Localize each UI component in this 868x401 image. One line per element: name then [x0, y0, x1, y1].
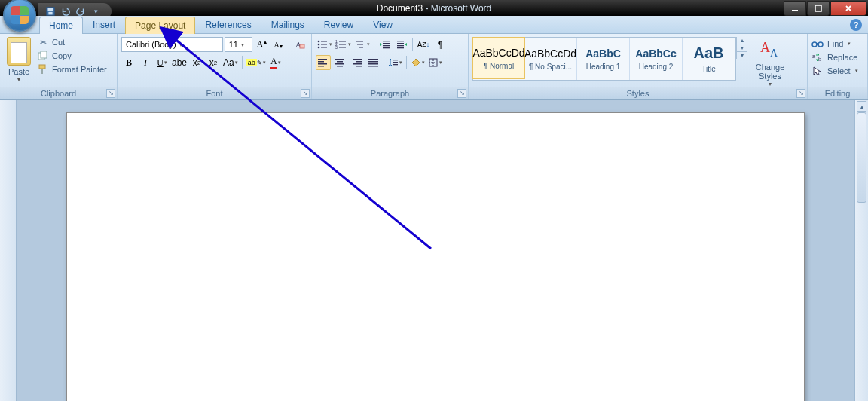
font-color-button[interactable]: A▾ [268, 55, 283, 70]
replace-icon: ab [811, 52, 824, 63]
paste-button[interactable]: Paste ▾ [4, 37, 34, 87]
tab-view[interactable]: View [363, 16, 402, 33]
minimize-button[interactable] [784, 1, 806, 16]
justify-button[interactable] [365, 55, 381, 70]
sort-button[interactable]: AZ↓ [416, 37, 431, 52]
paragraph-dialog-launcher[interactable]: ↘ [457, 89, 466, 98]
document-page[interactable] [66, 112, 805, 401]
style-tile--normal[interactable]: AaBbCcDd ¶ Normal [472, 37, 525, 79]
svg-rect-50 [393, 60, 398, 60]
gallery-down-icon[interactable]: ▾ [737, 44, 747, 52]
find-button[interactable]: Find▾ [811, 38, 858, 49]
align-center-button[interactable] [332, 55, 347, 70]
replace-button[interactable]: abReplace [811, 52, 858, 63]
svg-rect-6 [41, 51, 47, 58]
qat-customize-icon[interactable]: ▾ [90, 6, 101, 17]
tab-references[interactable]: References [195, 16, 261, 33]
highlight-button[interactable]: ab✎▾ [246, 55, 267, 70]
undo-icon[interactable] [60, 6, 71, 17]
tab-mailings[interactable]: Mailings [261, 16, 314, 33]
superscript-button[interactable]: x2 [206, 55, 221, 70]
group-styles: AaBbCcDd ¶ Normal AaBbCcDd ¶ No Spaci...… [469, 34, 808, 99]
tab-home[interactable]: Home [39, 17, 83, 34]
svg-rect-20 [339, 44, 346, 45]
change-case-button[interactable]: Aa▾ [222, 55, 239, 70]
maximize-button[interactable] [807, 1, 830, 16]
tab-review[interactable]: Review [314, 16, 363, 33]
copy-button[interactable]: Copy [37, 51, 107, 61]
svg-text:a: a [812, 54, 815, 59]
underline-button[interactable]: U▾ [154, 55, 170, 70]
svg-point-13 [318, 44, 320, 46]
svg-rect-60 [816, 43, 819, 45]
increase-indent-button[interactable] [394, 37, 409, 52]
group-label-styles: Styles↘ [469, 87, 807, 99]
multilevel-list-button[interactable]: ▾ [353, 37, 371, 52]
group-label-paragraph: Paragraph↘ [312, 87, 468, 99]
svg-rect-40 [335, 63, 344, 65]
svg-rect-49 [368, 66, 378, 67]
svg-rect-28 [383, 45, 390, 46]
shading-button[interactable]: ▾ [410, 55, 426, 70]
office-logo-icon [11, 6, 29, 24]
svg-rect-23 [356, 41, 363, 42]
svg-rect-35 [318, 61, 324, 63]
redo-icon[interactable] [75, 6, 86, 17]
scroll-up-icon[interactable]: ▴ [857, 101, 866, 112]
change-styles-button[interactable]: AA Change Styles ▾ [751, 37, 789, 87]
svg-rect-16 [321, 47, 327, 48]
scroll-thumb[interactable] [857, 112, 866, 203]
office-button[interactable] [3, 0, 36, 32]
line-spacing-button[interactable]: ▾ [387, 55, 403, 70]
gallery-more-icon[interactable]: ▾ [737, 52, 747, 59]
style-tile-heading-2[interactable]: AaBbCc Heading 2 [630, 38, 683, 80]
subscript-button[interactable]: x2 [189, 55, 204, 70]
italic-button[interactable]: I [138, 55, 153, 70]
font-name-combo[interactable]: Calibri (Body)▾ [121, 37, 223, 52]
format-painter-button[interactable]: Format Painter [37, 64, 107, 75]
bold-button[interactable]: B [121, 55, 136, 70]
tab-page-layout[interactable]: Page Layout [125, 17, 195, 34]
svg-rect-3 [792, 10, 798, 11]
clear-format-button[interactable]: A [292, 37, 307, 52]
svg-rect-43 [356, 61, 362, 63]
vertical-scrollbar[interactable]: ▴ [854, 100, 868, 401]
clipboard-dialog-launcher[interactable]: ↘ [106, 89, 115, 98]
style-tile-heading-1[interactable]: AaBbC Heading 1 [577, 38, 630, 80]
gallery-up-icon[interactable]: ▴ [737, 37, 747, 44]
align-left-button[interactable] [316, 55, 331, 70]
svg-text:A: A [760, 40, 770, 55]
font-dialog-launcher[interactable]: ↘ [301, 89, 310, 98]
group-font: Calibri (Body)▾ 11▾ A▴ A▾ A B I U▾ abe x… [118, 34, 312, 99]
decrease-indent-button[interactable] [377, 37, 393, 52]
svg-rect-14 [321, 44, 327, 45]
style-tile--no-spaci-[interactable]: AaBbCcDd ¶ No Spaci... [524, 38, 577, 80]
vertical-ruler[interactable] [0, 100, 17, 401]
numbering-button[interactable]: 123▾ [335, 37, 352, 52]
tab-insert[interactable]: Insert [83, 16, 125, 33]
styles-dialog-launcher[interactable]: ↘ [796, 89, 805, 98]
svg-rect-31 [397, 43, 404, 44]
help-icon[interactable]: ? [850, 19, 862, 31]
bullets-button[interactable]: ▾ [316, 37, 333, 52]
page-viewport[interactable] [17, 100, 854, 401]
align-right-button[interactable] [349, 55, 364, 70]
borders-button[interactable]: ▾ [427, 55, 443, 70]
select-button[interactable]: Select▾ [811, 66, 858, 76]
close-button[interactable] [830, 1, 866, 16]
paintbrush-icon [37, 64, 49, 75]
style-gallery[interactable]: AaBbCcDd ¶ Normal AaBbCcDd ¶ No Spaci...… [472, 37, 736, 81]
gallery-scroll[interactable]: ▴ ▾ ▾ [736, 37, 747, 59]
shrink-font-button[interactable]: A▾ [270, 37, 286, 52]
show-marks-button[interactable]: ¶ [432, 37, 448, 52]
cut-button[interactable]: ✂Cut [37, 37, 107, 47]
svg-rect-27 [383, 43, 390, 44]
save-icon[interactable] [45, 6, 56, 17]
strikethrough-button[interactable]: abe [171, 55, 188, 70]
group-clipboard: Paste ▾ ✂Cut Copy Format Painter Clipboa… [0, 34, 118, 99]
cursor-icon [811, 66, 824, 76]
font-size-combo[interactable]: 11▾ [225, 37, 252, 52]
grow-font-button[interactable]: A▴ [254, 37, 269, 52]
style-tile-title[interactable]: AaB Title [683, 38, 735, 80]
svg-point-11 [318, 41, 320, 43]
